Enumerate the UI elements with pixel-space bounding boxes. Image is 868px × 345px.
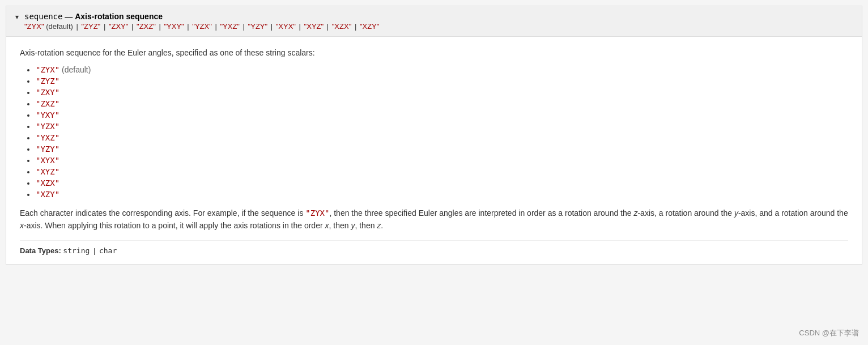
subtitle-xyz[interactable]: "XYZ" [304,22,324,31]
data-types-row: Data Types: string | char [20,240,848,255]
bullet-xyz-code: "XYZ" [36,167,59,176]
data-type-char: char [99,246,117,255]
sequence-key: sequence [24,12,62,21]
subtitle-xzy[interactable]: "XZY" [360,22,380,31]
list-item: "ZXZ" [36,99,848,108]
data-types-separator: | [93,246,97,255]
list-item: "YZY" [36,144,848,154]
example-paragraph: Each character indicates the correspondi… [20,207,848,232]
list-item: "ZYZ" [36,76,848,86]
page-container: ▾ sequence — Axis-rotation sequence "ZYX… [6,6,862,265]
list-item: "XZX" [36,178,848,188]
bullet-yzy-code: "YZY" [36,144,59,154]
watermark: CSDN @在下李谱 [799,328,859,338]
z-order-italic: z [377,221,381,230]
subtitle-zxy[interactable]: "ZXY" [109,22,129,31]
subtitle-zyz[interactable]: "ZYZ" [81,22,100,31]
bullet-zyx-default: (default) [62,65,91,74]
bullet-zxy-code: "ZXY" [36,88,59,97]
bullet-list: "ZYX" (default) "ZYZ" "ZXY" "ZXZ" "YXY" … [36,65,848,199]
content-section: Axis-rotation sequence for the Euler ang… [6,37,862,264]
z-axis-italic: z [633,208,637,218]
list-item: "YXZ" [36,133,848,142]
list-item: "XYZ" [36,167,848,176]
bullet-xzy-code: "XZY" [36,190,59,199]
subtitle-xzx[interactable]: "XZX" [332,22,352,31]
bullet-xyx-code: "XYX" [36,156,59,165]
x-axis-italic: x [20,221,24,230]
subtitle-yzx[interactable]: "YZX" [192,22,212,31]
bullet-xzx-code: "XZX" [36,178,59,188]
y-axis-italic: y [734,208,738,218]
bullet-zyx-code: "ZYX" [36,65,59,74]
subtitle-zyx[interactable]: "ZYX" [24,22,44,31]
list-item: "YXY" [36,110,848,120]
list-item: "ZXY" [36,88,848,97]
header-dash: — [65,12,75,21]
list-item: "ZYX" (default) [36,65,848,74]
subtitle-default: (default) [44,22,73,31]
y-order-italic: y [351,221,355,230]
chevron-icon[interactable]: ▾ [15,13,19,21]
list-item: "YZX" [36,122,848,131]
subtitle-yxy[interactable]: "YXY" [164,22,184,31]
list-item: "XYX" [36,156,848,165]
example-code-zyx: "ZYX" [305,208,329,218]
bullet-yxy-code: "YXY" [36,110,59,120]
header-text-block: sequence — Axis-rotation sequence "ZYX" … [24,12,379,31]
bullet-yxz-code: "YXZ" [36,133,59,142]
data-type-string: string [63,246,90,255]
bullet-yzx-code: "YZX" [36,122,59,131]
header-subtitle: "ZYX" (default) | "ZYZ" | "ZXY" | "ZXZ" … [24,22,379,31]
header-section: ▾ sequence — Axis-rotation sequence "ZYX… [6,6,862,37]
header-title: sequence — Axis-rotation sequence [24,12,379,21]
subtitle-yxz[interactable]: "YXZ" [220,22,240,31]
subtitle-xyx[interactable]: "XYX" [276,22,296,31]
list-item: "XZY" [36,190,848,199]
data-types-label: Data Types: [20,246,61,255]
header-title-text: Axis-rotation sequence [75,12,163,21]
subtitle-zxz[interactable]: "ZXZ" [137,22,156,31]
subtitle-yzy[interactable]: "YZY" [248,22,268,31]
bullet-zyz-code: "ZYZ" [36,76,59,86]
description-text: Axis-rotation sequence for the Euler ang… [20,48,848,57]
bullet-zxz-code: "ZXZ" [36,99,59,108]
x-order-italic: x [325,221,329,230]
